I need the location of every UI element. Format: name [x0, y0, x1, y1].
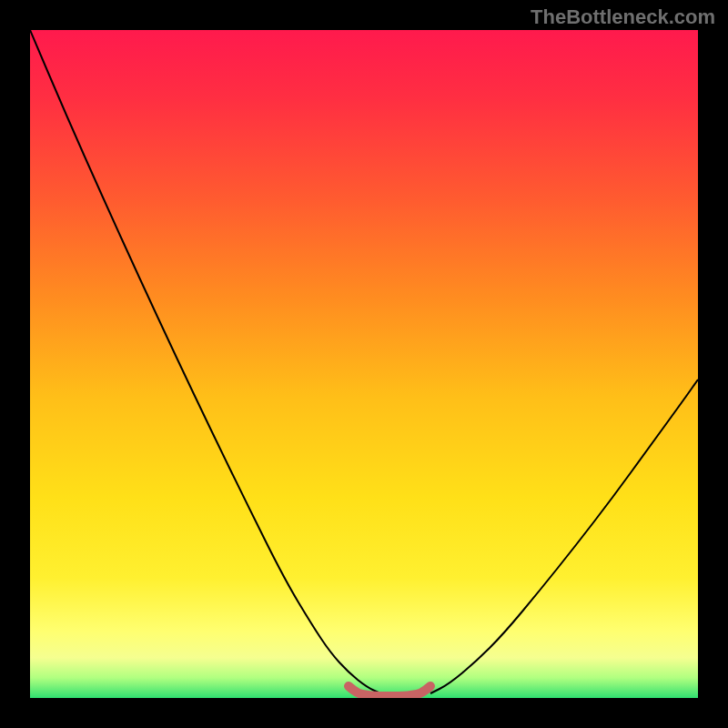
watermark-text: TheBottleneck.com	[531, 5, 715, 29]
gradient-background	[30, 30, 698, 698]
chart-svg	[30, 30, 698, 698]
chart-plot	[30, 30, 698, 698]
